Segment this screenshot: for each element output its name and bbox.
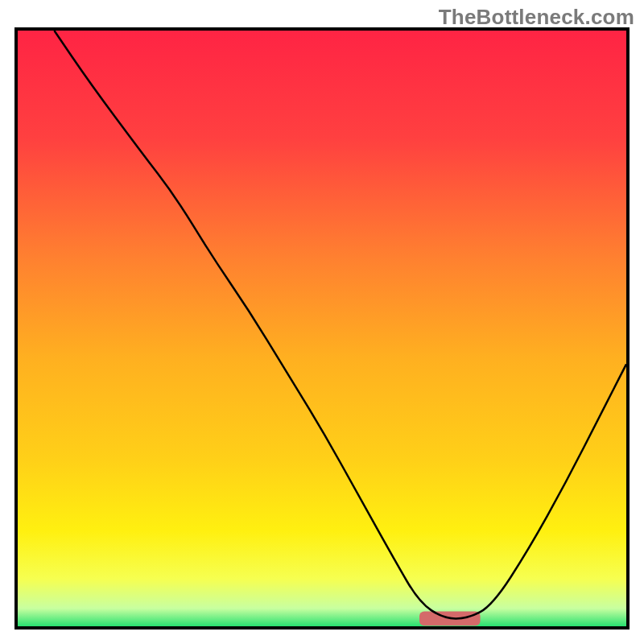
chart-container: TheBottleneck.com	[0, 0, 644, 644]
plot-frame	[14, 27, 630, 630]
watermark-text: TheBottleneck.com	[439, 5, 634, 30]
chart-svg	[18, 31, 626, 626]
